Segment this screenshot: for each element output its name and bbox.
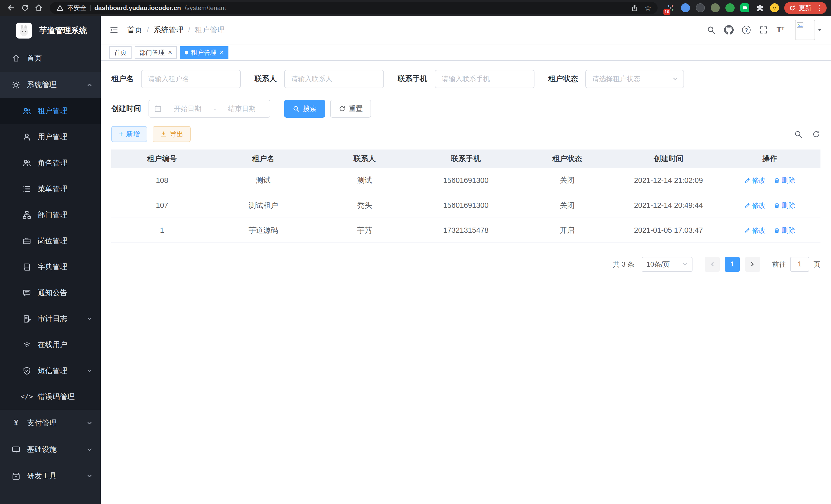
github-icon[interactable] [724, 25, 734, 35]
sidebar-item-home[interactable]: 首页 [0, 45, 101, 71]
search-button[interactable]: 搜索 [284, 100, 325, 118]
sidebar-item-pay-management[interactable]: ¥ 支付管理 [0, 410, 101, 436]
security-label[interactable]: 不安全 [67, 4, 86, 12]
sidebar-item-audit-log[interactable]: 审计日志 [0, 306, 101, 332]
add-button[interactable]: + 新增 [111, 126, 147, 142]
extension-blue-icon[interactable] [681, 3, 690, 12]
update-label: 更新 [799, 4, 811, 12]
tenant-name-input[interactable] [141, 70, 241, 88]
create-time-label: 创建时间 [111, 103, 141, 114]
tag-dept-management[interactable]: 部门管理 × [135, 46, 177, 59]
sidebar-item-menu-management[interactable]: 菜单管理 [0, 176, 101, 202]
home-icon [11, 54, 21, 62]
sidebar-item-label: 支付管理 [27, 418, 57, 428]
total-count: 共 3 条 [613, 260, 634, 269]
delete-link[interactable]: 删除 [774, 201, 796, 210]
document-edit-icon [22, 315, 31, 323]
sidebar-item-error-code[interactable]: </> 错误码管理 [0, 384, 101, 410]
sidebar-item-sms-management[interactable]: 短信管理 [0, 358, 101, 384]
extension-dark-icon[interactable] [696, 3, 705, 12]
breadcrumb-current: 租户管理 [195, 25, 225, 35]
menu-fold-icon[interactable] [109, 25, 119, 35]
bookmark-star-icon[interactable]: ☆ [645, 4, 651, 12]
edit-link[interactable]: 修改 [744, 226, 766, 235]
next-page-button[interactable] [745, 257, 760, 272]
sidebar-item-system-management[interactable]: 系统管理 [0, 72, 101, 98]
app-logo-row[interactable]: 芋道管理系统 [0, 16, 101, 45]
reset-button[interactable]: 重置 [330, 100, 371, 118]
reload-icon[interactable] [18, 1, 32, 15]
edit-link[interactable]: 修改 [744, 176, 766, 185]
breadcrumb-system[interactable]: 系统管理 [154, 25, 183, 35]
list-icon [22, 185, 31, 193]
extension-olive-icon[interactable] [711, 3, 720, 12]
fullscreen-icon[interactable] [759, 25, 768, 34]
calendar-icon [154, 105, 162, 113]
users-icon [22, 107, 31, 115]
chevron-up-icon [87, 82, 92, 88]
breadcrumb-home[interactable]: 首页 [127, 25, 142, 35]
contact-input[interactable] [284, 70, 384, 88]
hide-search-icon[interactable] [794, 130, 802, 139]
sidebar-item-label: 基础设施 [27, 444, 57, 455]
tag-home[interactable]: 首页 [109, 46, 132, 59]
extensions-tray: 10 [666, 3, 779, 12]
current-page-button[interactable]: 1 [725, 257, 740, 272]
export-button[interactable]: 导出 [153, 126, 191, 142]
phone-input[interactable] [435, 70, 535, 88]
status-select[interactable]: 请选择租户状态 [585, 70, 684, 88]
sidebar-item-online-users[interactable]: 在线用户 [0, 332, 101, 358]
sidebar-item-dept-management[interactable]: 部门管理 [0, 202, 101, 228]
sidebar-item-notice[interactable]: 通知公告 [0, 280, 101, 306]
refresh-icon[interactable] [812, 130, 821, 139]
prev-page-button[interactable] [705, 257, 720, 272]
extension-chat-icon[interactable] [740, 3, 749, 12]
url-host[interactable]: dashboard.yudao.iocoder.cn [94, 4, 181, 11]
search-icon[interactable] [707, 25, 716, 34]
goto-page-input[interactable] [790, 257, 809, 272]
app-title: 芋道管理系统 [39, 25, 87, 36]
caret-down-icon [817, 27, 823, 33]
close-icon[interactable]: × [168, 49, 172, 56]
menu-dots-icon[interactable]: ⋮ [814, 4, 825, 12]
sidebar-item-tenant-management[interactable]: 租户管理 [0, 98, 101, 124]
font-size-icon[interactable]: TT [776, 26, 784, 34]
code-icon: </> [22, 393, 31, 400]
browser-toolbar: 不安全 dashboard.yudao.iocoder.cn /system/t… [0, 0, 831, 16]
url-path[interactable]: /system/tenant [185, 4, 627, 11]
sidebar-item-user-management[interactable]: 用户管理 [0, 124, 101, 150]
table-header-row: 租户编号 租户名 联系人 联系手机 租户状态 创建时间 操作 [111, 149, 820, 168]
extension-face-icon[interactable] [770, 3, 779, 12]
date-separator: - [213, 105, 216, 113]
sidebar-item-label: 菜单管理 [38, 184, 67, 194]
table-toolbar: + 新增 导出 [111, 126, 820, 142]
user-icon [22, 133, 31, 141]
delete-link[interactable]: 删除 [774, 226, 796, 235]
home-icon[interactable] [32, 1, 46, 15]
create-time-range-picker[interactable]: 开始日期 - 结束日期 [148, 100, 270, 118]
main-panel: 首页 / 系统管理 / 租户管理 ? [101, 16, 831, 504]
sidebar-item-role-management[interactable]: 角色管理 [0, 150, 101, 176]
address-bar[interactable]: 不安全 dashboard.yudao.iocoder.cn /system/t… [50, 2, 658, 13]
sidebar-item-post-management[interactable]: 岗位管理 [0, 228, 101, 254]
chevron-down-icon [87, 368, 92, 374]
delete-link[interactable]: 删除 [774, 176, 796, 185]
extension-dots-icon[interactable]: 10 [666, 3, 675, 12]
extension-green-icon[interactable] [725, 3, 735, 12]
puzzle-icon[interactable] [755, 3, 764, 12]
sidebar-item-infrastructure[interactable]: 基础设施 [0, 436, 101, 463]
close-icon[interactable]: × [220, 49, 224, 56]
tag-tenant-management[interactable]: 租户管理 × [180, 46, 228, 59]
pagination: 共 3 条 10条/页 1 前往 [111, 257, 820, 272]
sidebar-item-dev-tools[interactable]: 研发工具 [0, 463, 101, 490]
sidebar-item-dict-management[interactable]: 字典管理 [0, 254, 101, 280]
page-size-select[interactable]: 10条/页 [641, 257, 692, 272]
chevron-down-icon [87, 420, 92, 426]
back-icon[interactable] [4, 1, 18, 15]
help-icon[interactable]: ? [742, 26, 751, 34]
user-avatar-menu[interactable] [795, 20, 823, 40]
browser-update-button[interactable]: 更新 ⋮ [784, 2, 827, 13]
sidebar-item-label: 首页 [27, 53, 42, 63]
share-icon[interactable] [631, 4, 638, 12]
edit-link[interactable]: 修改 [744, 201, 766, 210]
